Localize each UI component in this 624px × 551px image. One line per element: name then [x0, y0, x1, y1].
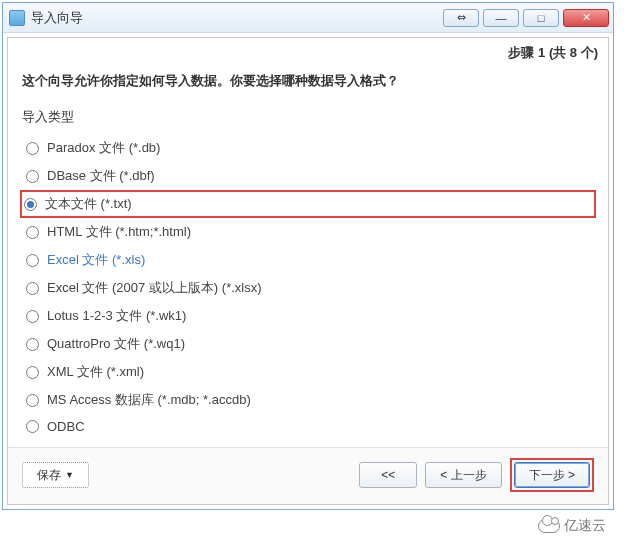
import-option-row[interactable]: Excel 文件 (*.xls)	[22, 246, 594, 274]
import-option-row[interactable]: Paradox 文件 (*.db)	[22, 134, 594, 162]
maximize-button[interactable]: □	[523, 9, 559, 27]
titlebar: 导入向导 ⇔ — □ ✕	[3, 3, 613, 33]
import-option-row[interactable]: Lotus 1-2-3 文件 (*.wk1)	[22, 302, 594, 330]
import-option-label: Excel 文件 (2007 或以上版本) (*.xlsx)	[47, 279, 262, 297]
window-controls: ⇔ — □ ✕	[443, 9, 609, 27]
import-option-row[interactable]: ODBC	[22, 414, 594, 439]
cloud-icon	[538, 519, 560, 533]
import-option-radio[interactable]	[26, 338, 39, 351]
import-option-radio[interactable]	[24, 198, 37, 211]
import-option-row[interactable]: QuattroPro 文件 (*.wq1)	[22, 330, 594, 358]
minimize-button[interactable]: —	[483, 9, 519, 27]
import-option-label: 文本文件 (*.txt)	[45, 195, 132, 213]
import-option-radio[interactable]	[26, 366, 39, 379]
import-option-label: Paradox 文件 (*.db)	[47, 139, 160, 157]
import-option-row[interactable]: MS Access 数据库 (*.mdb; *.accdb)	[22, 386, 594, 414]
import-option-label: Lotus 1-2-3 文件 (*.wk1)	[47, 307, 186, 325]
import-option-radio[interactable]	[26, 226, 39, 239]
import-option-row[interactable]: XML 文件 (*.xml)	[22, 358, 594, 386]
save-label: 保存	[37, 467, 61, 484]
window-title: 导入向导	[31, 9, 443, 27]
wizard-panel: 步骤 1 (共 8 个) 这个向导允许你指定如何导入数据。你要选择哪种数据导入格…	[7, 37, 609, 505]
app-icon	[9, 10, 25, 26]
import-option-label: XML 文件 (*.xml)	[47, 363, 144, 381]
import-option-radio[interactable]	[26, 310, 39, 323]
import-option-label: ODBC	[47, 419, 85, 434]
import-option-row[interactable]: Excel 文件 (2007 或以上版本) (*.xlsx)	[22, 274, 594, 302]
import-wizard-window: 导入向导 ⇔ — □ ✕ 步骤 1 (共 8 个) 这个向导允许你指定如何导入数…	[2, 2, 614, 510]
import-option-label: DBase 文件 (*.dbf)	[47, 167, 155, 185]
import-option-label: QuattroPro 文件 (*.wq1)	[47, 335, 185, 353]
import-option-radio[interactable]	[26, 170, 39, 183]
save-button[interactable]: 保存 ▼	[22, 462, 89, 488]
import-option-label: HTML 文件 (*.htm;*.html)	[47, 223, 191, 241]
import-option-radio[interactable]	[26, 394, 39, 407]
wizard-description: 这个向导允许你指定如何导入数据。你要选择哪种数据导入格式？	[8, 66, 608, 102]
close-button[interactable]: ✕	[563, 9, 609, 27]
import-option-radio[interactable]	[26, 420, 39, 433]
import-option-row[interactable]: HTML 文件 (*.htm;*.html)	[22, 218, 594, 246]
help-button[interactable]: ⇔	[443, 9, 479, 27]
import-option-radio[interactable]	[26, 282, 39, 295]
import-option-label: MS Access 数据库 (*.mdb; *.accdb)	[47, 391, 251, 409]
wizard-footer: 保存 ▼ << < 上一步 下一步 >	[8, 447, 608, 504]
watermark-text: 亿速云	[564, 517, 606, 535]
import-option-radio[interactable]	[26, 254, 39, 267]
next-button[interactable]: 下一步 >	[514, 462, 590, 488]
import-option-label: Excel 文件 (*.xls)	[47, 251, 145, 269]
section-label: 导入类型	[8, 102, 608, 134]
chevron-down-icon: ▼	[65, 470, 74, 480]
next-highlight-box: 下一步 >	[510, 458, 594, 492]
step-indicator: 步骤 1 (共 8 个)	[8, 38, 608, 66]
import-option-row[interactable]: 文本文件 (*.txt)	[20, 190, 596, 218]
import-option-row[interactable]: DBase 文件 (*.dbf)	[22, 162, 594, 190]
import-type-options: Paradox 文件 (*.db)DBase 文件 (*.dbf)文本文件 (*…	[8, 134, 608, 447]
watermark: 亿速云	[532, 515, 612, 537]
first-page-button[interactable]: <<	[359, 462, 417, 488]
import-option-radio[interactable]	[26, 142, 39, 155]
previous-button[interactable]: < 上一步	[425, 462, 501, 488]
